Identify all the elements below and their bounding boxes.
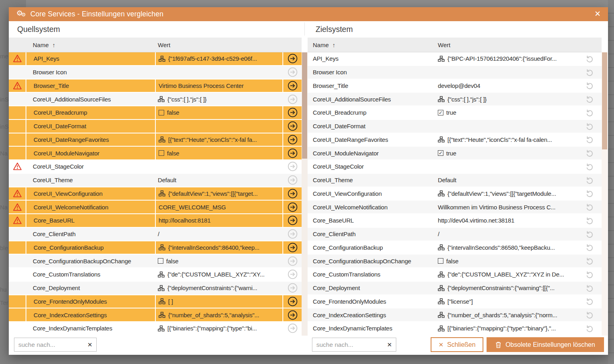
revert-button[interactable] (578, 268, 602, 281)
table-row[interactable]: CoreUI_DateFormat (308, 120, 602, 133)
table-row[interactable]: Core_FrontendOnlyModules[ ] (9, 295, 302, 309)
transfer-arrow-button[interactable] (282, 308, 302, 321)
transfer-arrow-button[interactable] (282, 201, 302, 213)
revert-button[interactable] (578, 214, 602, 227)
warning-column (9, 133, 26, 146)
revert-button[interactable] (578, 120, 602, 133)
table-row[interactable]: Browser Icon (308, 66, 602, 80)
transfer-arrow-button[interactable] (282, 214, 302, 227)
sitemap-icon (438, 244, 445, 251)
revert-button[interactable] (578, 255, 602, 267)
revert-button[interactable] (578, 322, 602, 335)
transfer-arrow-button[interactable] (282, 241, 302, 254)
revert-button[interactable] (578, 66, 602, 79)
transfer-arrow-button[interactable] (282, 187, 302, 200)
setting-value-cell: {"deploymentConstraints":{"warning":[[{"… (435, 282, 578, 294)
revert-button[interactable] (578, 93, 602, 105)
warning-column (9, 106, 26, 119)
table-row[interactable]: Core_Deployment{"deploymentConstraints":… (308, 282, 602, 295)
revert-button[interactable] (578, 160, 602, 173)
table-row[interactable]: CoreUI_AdditionalSourceFiles{"css":[ ],"… (9, 93, 302, 106)
revert-button[interactable] (578, 106, 602, 119)
table-row[interactable]: Core_BaseURLhttp://localhost:8181 (9, 214, 302, 228)
table-row[interactable]: CoreUI_DateFormat (9, 120, 302, 133)
table-row[interactable]: CoreUI_AdditionalSourceFiles{"css":[ ],"… (308, 93, 602, 106)
table-row[interactable]: Core_ConfigurationBackupOnChangefalse (308, 255, 602, 268)
scrollbar-thumb[interactable] (302, 52, 307, 159)
table-row[interactable]: Core_IndexCreationSettings{"number_of_sh… (9, 308, 302, 322)
column-header-name[interactable]: Name ↑ (308, 42, 435, 48)
table-row[interactable]: API_Keys{"1f697af5-c147-3d94-c529-e06f..… (9, 52, 302, 66)
table-row[interactable]: Core_IndexDynamicTemplates[{"binaries":{… (9, 322, 302, 336)
table-row[interactable]: CoreUI_ThemeDefault (9, 174, 302, 187)
table-row[interactable]: Core_CustomTranslations{"de":{"CUSTOM_LA… (308, 268, 602, 282)
transfer-arrow-button[interactable] (282, 295, 302, 308)
table-row[interactable]: Core_Deployment{"deploymentConstraints":… (9, 282, 302, 295)
transfer-arrow-button[interactable] (282, 133, 302, 146)
column-header-name[interactable]: Name ↑ (26, 42, 155, 48)
revert-button[interactable] (578, 228, 602, 241)
source-search-input[interactable] (14, 341, 83, 348)
table-row[interactable]: CoreUI_ModuleNavigatortrue (308, 147, 602, 160)
revert-button[interactable] (578, 282, 602, 294)
dialog-footer: ✕ ✕ ✕ Schließen Obsolete (9, 336, 608, 355)
revert-button[interactable] (578, 133, 602, 146)
table-row[interactable]: CoreUI_ModuleNavigatorfalse (9, 147, 302, 160)
table-row[interactable]: CoreUI_WelcomeNotificationWillkommen im … (308, 201, 602, 214)
undo-icon (585, 122, 594, 131)
revert-button[interactable] (578, 187, 602, 200)
column-header-wert[interactable]: Wert (435, 42, 578, 48)
sitemap-icon (438, 271, 445, 278)
table-row[interactable]: Core_IndexDynamicTemplates[{"binaries":{… (308, 322, 602, 336)
revert-button[interactable] (578, 174, 602, 187)
revert-button[interactable] (578, 80, 602, 92)
table-row[interactable]: Core_CustomTranslations{"de":{"CUSTOM_LA… (9, 268, 302, 282)
revert-button[interactable] (578, 201, 602, 213)
warning-column (9, 120, 26, 133)
table-row[interactable]: Browser_Titledevelop@dev04 (308, 80, 602, 93)
clear-search-icon[interactable]: ✕ (383, 341, 396, 348)
revert-button[interactable] (578, 295, 602, 308)
table-row[interactable]: Core_ConfigurationBackup{"intervalInSeco… (9, 241, 302, 255)
setting-value-cell: Default (435, 174, 578, 187)
transfer-arrow-button[interactable] (282, 147, 302, 159)
table-row[interactable]: CoreUI_Breadcrumptrue (308, 106, 602, 120)
transfer-arrow-button[interactable] (282, 52, 302, 65)
target-search-input[interactable] (312, 341, 383, 348)
table-row[interactable]: Core_IndexCreationSettings{"number_of_sh… (308, 308, 602, 322)
setting-value-cell: [{"binaries":{"mapping":{"type":"bi... (155, 322, 283, 335)
table-row[interactable]: Core_FrontendOnlyModules["license"] (308, 295, 602, 309)
table-row[interactable]: CoreUI_DateRangeFavorites[{"text":"Heute… (9, 133, 302, 147)
table-row[interactable]: Browser_TitleVirtimo Business Process Ce… (9, 80, 302, 93)
table-row[interactable]: CoreUI_WelcomeNotificationCORE_WELCOME_M… (9, 201, 302, 214)
revert-button[interactable] (578, 52, 602, 65)
table-row[interactable]: CoreUI_StageColor (308, 160, 602, 174)
table-row[interactable]: Core_BaseURLhttp://dev04.virtimo.net:381… (308, 214, 602, 228)
column-header-wert[interactable]: Wert (155, 42, 283, 48)
setting-value: CORE_WELCOME_MSG (159, 204, 226, 211)
table-row[interactable]: API_Keys{"BPC-API-1570612920406":{"issue… (308, 52, 602, 66)
table-row[interactable]: Core_ClientPath/ (9, 228, 302, 241)
revert-button[interactable] (578, 241, 602, 254)
table-row[interactable]: CoreUI_DateRangeFavorites[{"text":"Heute… (308, 133, 602, 147)
table-row[interactable]: CoreUI_StageColor (9, 160, 302, 174)
close-icon[interactable]: ✕ (594, 10, 601, 18)
close-button[interactable]: ✕ Schließen (431, 337, 483, 352)
transfer-arrow-button[interactable] (282, 106, 302, 119)
revert-button[interactable] (578, 147, 602, 159)
scrollbar-thumb[interactable] (602, 52, 607, 149)
table-row[interactable]: Browser Icon (9, 66, 302, 80)
table-row[interactable]: CoreUI_Breadcrumpfalse (9, 106, 302, 120)
delete-obsolete-button[interactable]: Obsolete Einstellungen löschen (487, 337, 604, 352)
table-row[interactable]: Core_ConfigurationBackupOnChangefalse (9, 255, 302, 268)
clear-search-icon[interactable]: ✕ (83, 341, 96, 348)
revert-button[interactable] (578, 308, 602, 321)
table-row[interactable]: Core_ConfigurationBackup{"intervalInSeco… (308, 241, 602, 255)
table-row[interactable]: CoreUI_ViewConfiguration{"defaultView":1… (308, 187, 602, 201)
table-row[interactable]: Core_ClientPath/ (308, 228, 602, 241)
compare-dialog: ⚙ ⚙ Core Services - Einstellungen vergle… (9, 7, 608, 355)
transfer-arrow-button[interactable] (282, 80, 302, 92)
transfer-arrow-button[interactable] (282, 120, 302, 133)
table-row[interactable]: CoreUI_ThemeDefault (308, 174, 602, 187)
table-row[interactable]: CoreUI_ViewConfiguration{"defaultView":1… (9, 187, 302, 201)
